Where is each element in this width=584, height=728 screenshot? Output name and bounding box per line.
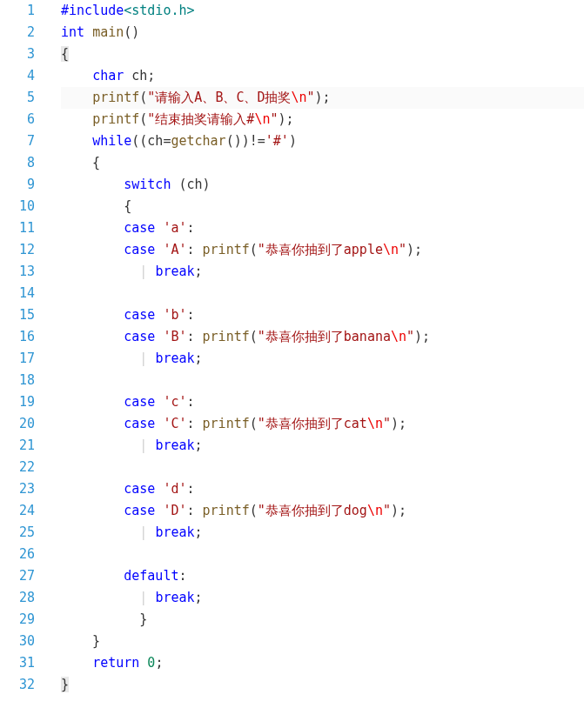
code-token: " [383,503,391,518]
code-token: break [155,351,194,366]
code-token: 'b' [163,307,186,323]
line-number: 30 [0,631,35,652]
code-line: | break; [61,261,584,283]
code-token: int [61,24,84,40]
code-token: printf [203,503,250,518]
code-token [61,307,124,323]
line-number: 14 [0,283,35,304]
code-token: ; [195,524,203,540]
code-token: case [124,394,155,410]
code-token [61,68,92,83]
code-token: "恭喜你抽到了banana [258,329,391,344]
line-number: 23 [0,478,35,500]
code-token [61,611,139,627]
code-area: #include<stdio.h>int main(){ char ch; pr… [50,0,584,696]
code-line: | break; [61,587,584,609]
code-line: { [61,43,584,65]
code-token: printf [203,242,250,257]
code-line: printf("结束抽奖请输入#\n"); [61,109,584,130]
code-token: | [139,437,155,453]
code-token [61,242,124,257]
code-token: char [92,68,124,83]
line-number: 24 [0,500,35,522]
code-token: case [124,503,155,518]
code-token: { [61,46,69,62]
code-line: while((ch=getchar())!='#') [61,130,584,152]
line-number: 15 [0,304,35,326]
code-token: "恭喜你抽到了dog [258,503,367,518]
code-token: \n [367,416,383,431]
code-token: 'A' [163,242,186,257]
code-line: default: [61,565,584,587]
code-token: : [187,503,203,518]
code-token: include [69,3,124,18]
line-number: 1 [0,0,35,22]
code-line: } [61,609,584,631]
code-token: " [399,242,406,257]
line-number: 18 [0,370,35,391]
line-number: 8 [0,152,35,174]
code-token [84,24,92,40]
code-token: case [124,242,155,257]
code-token: 'd' [163,481,186,497]
code-token: } [61,633,100,649]
code-token: (ch) [171,177,210,192]
code-token: 'D' [163,503,186,518]
code-line [61,544,584,565]
line-number: 22 [0,457,35,478]
code-line: | break; [61,522,584,544]
code-token: 'C' [163,416,186,431]
code-token: | [139,590,155,605]
code-line: int main() [61,22,584,43]
code-token: 'B' [163,329,186,344]
code-token: printf [203,416,250,431]
code-token: printf [92,111,139,127]
code-token [61,329,124,344]
line-number: 20 [0,413,35,435]
code-token [61,437,139,453]
code-token: main [92,24,124,40]
code-line: return 0; [61,652,584,674]
line-number: 11 [0,217,35,239]
code-token: { [61,155,100,170]
code-token [61,90,92,105]
line-number: 19 [0,391,35,413]
code-token: " [383,416,391,431]
code-token: ((ch= [131,133,171,149]
line-number: 28 [0,587,35,609]
code-token: printf [203,329,250,344]
code-token: ( [250,503,258,518]
code-token: ; [195,351,203,366]
code-token: ); [414,329,430,344]
line-number: 12 [0,239,35,261]
code-token: <stdio.h> [124,3,194,18]
code-token: "恭喜你抽到了apple [258,242,383,257]
code-token [61,351,139,366]
code-token: "恭喜你抽到了cat [258,416,367,431]
code-token: ; [195,590,203,605]
code-line [61,457,584,478]
code-token: case [124,481,155,497]
line-number: 4 [0,65,35,87]
code-token: ) [289,133,297,149]
code-token [139,655,147,671]
code-token: () [124,24,139,40]
code-token: : [178,568,186,584]
code-token [61,568,124,584]
code-token: | [139,264,155,279]
code-token [61,416,124,431]
code-token: ( [139,111,147,127]
code-token: ; [195,264,203,279]
code-token: | [139,524,155,540]
code-line [61,283,584,304]
line-number: 10 [0,196,35,217]
code-line: case 'C': printf("恭喜你抽到了cat\n"); [61,413,584,435]
code-line: | break; [61,435,584,457]
code-token: ( [250,416,258,431]
code-token: : [187,394,195,410]
code-token: " [406,329,414,344]
code-line: } [61,631,584,652]
code-token: case [124,220,155,236]
code-token [61,481,124,497]
code-token [61,524,139,540]
